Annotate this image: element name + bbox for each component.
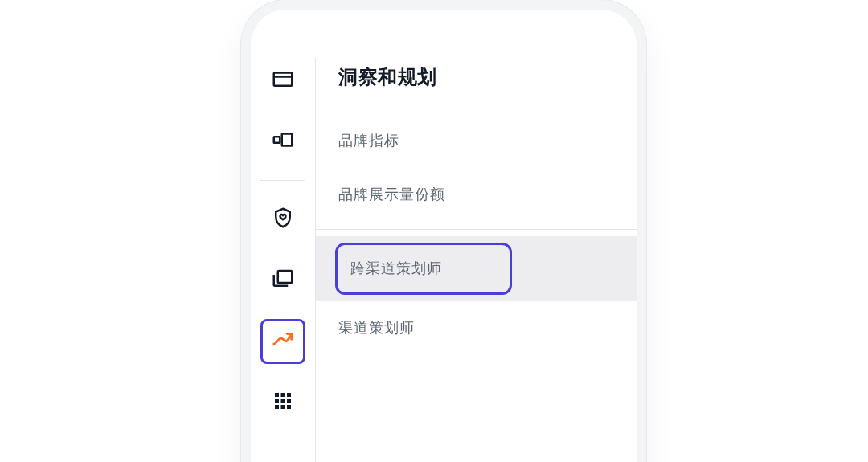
stage: 洞察和规划 品牌指标 品牌展示量份额 跨渠道策划师 渠道策划师	[0, 0, 868, 462]
svg-rect-4	[278, 271, 293, 283]
svg-rect-6	[281, 393, 285, 397]
rail-item-gallery[interactable]	[263, 258, 303, 303]
svg-rect-7	[287, 393, 291, 397]
svg-rect-12	[281, 405, 285, 409]
app-root: 洞察和规划 品牌指标 品牌展示量份额 跨渠道策划师 渠道策划师	[251, 10, 637, 462]
rail-item-layout[interactable]	[263, 119, 303, 164]
svg-rect-13	[287, 405, 291, 409]
phone-side-button-left	[241, 267, 242, 323]
rail-item-shield[interactable]	[263, 197, 303, 242]
phone-screen: 洞察和规划 品牌指标 品牌展示量份额 跨渠道策划师 渠道策划师	[251, 10, 637, 462]
brand-health-shield-icon	[271, 206, 295, 233]
svg-rect-9	[281, 399, 285, 403]
menu-item-cross-channel-planner[interactable]: 跨渠道策划师	[316, 236, 637, 301]
svg-rect-3	[282, 134, 293, 146]
phone-side-button-right	[645, 267, 646, 307]
rail-divider	[260, 180, 305, 181]
icon-rail	[251, 58, 315, 462]
svg-rect-0	[274, 73, 293, 86]
grid-apps-icon	[271, 389, 295, 416]
phone-frame: 洞察和规划 品牌指标 品牌展示量份额 跨渠道策划师 渠道策划师	[241, 0, 646, 462]
menu-item-brand-share[interactable]: 品牌展示量份额	[316, 168, 637, 222]
panel-title: 洞察和规划	[316, 58, 637, 114]
layout-icon	[271, 128, 295, 155]
payment-card-icon	[271, 67, 295, 94]
svg-rect-2	[274, 137, 280, 143]
menu-item-brand-metrics[interactable]: 品牌指标	[316, 114, 637, 168]
menu-divider	[316, 229, 637, 230]
rail-item-apps[interactable]	[263, 380, 303, 425]
trend-up-icon	[271, 328, 295, 355]
media-gallery-icon	[271, 267, 295, 294]
rail-item-trend[interactable]	[260, 319, 305, 364]
menu-item-channel-planner[interactable]: 渠道策划师	[316, 301, 637, 355]
svg-rect-10	[287, 399, 291, 403]
svg-rect-8	[275, 399, 279, 403]
menu-item-cross-channel-planner-label: 跨渠道策划师	[335, 243, 512, 295]
svg-rect-11	[275, 405, 279, 409]
rail-item-payment[interactable]	[263, 58, 303, 103]
svg-rect-5	[275, 393, 279, 397]
content-panel: 洞察和规划 品牌指标 品牌展示量份额 跨渠道策划师 渠道策划师	[315, 58, 637, 462]
